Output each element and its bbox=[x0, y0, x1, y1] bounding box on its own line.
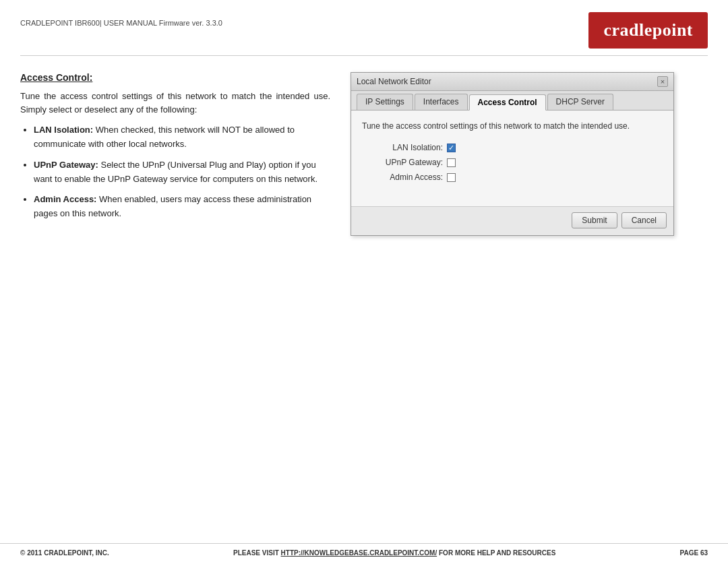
dialog-tab-bar: IP Settings Interfaces Access Control DH… bbox=[351, 91, 673, 111]
bullet-term-2: UPnP Gateway: bbox=[34, 160, 98, 170]
manual-title: CRADLEPOINT IBR600| USER MANUAL Firmware… bbox=[20, 12, 222, 27]
lan-isolation-label: LAN Isolation: bbox=[375, 143, 443, 152]
list-item: UPnP Gateway: Select the UPnP (Universal… bbox=[34, 158, 330, 187]
page-header: CRADLEPOINT IBR600| USER MANUAL Firmware… bbox=[0, 0, 728, 55]
lan-isolation-checkbox[interactable]: ✓ bbox=[447, 144, 456, 152]
tab-ip-settings[interactable]: IP Settings bbox=[357, 94, 413, 110]
admin-access-row: Admin Access: bbox=[375, 173, 663, 182]
bullet-term-3: Admin Access: bbox=[34, 194, 96, 204]
cancel-button[interactable]: Cancel bbox=[621, 212, 667, 228]
dialog-close-button[interactable]: × bbox=[657, 76, 668, 87]
page-footer: © 2011 CRADLEPOINT, INC. PLEASE VISIT HT… bbox=[0, 543, 728, 562]
logo: cradlepoint bbox=[588, 12, 708, 49]
admin-access-checkbox[interactable] bbox=[447, 173, 456, 182]
logo-text: cradlepoint bbox=[603, 20, 693, 40]
section-title: Access Control: bbox=[20, 72, 330, 83]
footer-page-prefix: PAGE bbox=[679, 549, 700, 557]
footer-center: PLEASE VISIT HTTP://KNOWLEDGEBASE.CRADLE… bbox=[233, 549, 555, 557]
list-item: Admin Access: When enabled, users may ac… bbox=[34, 193, 330, 221]
footer-center-prefix: PLEASE VISIT bbox=[233, 549, 281, 557]
list-item: LAN Isolation: When checked, this networ… bbox=[34, 123, 330, 152]
submit-button[interactable]: Submit bbox=[572, 212, 617, 228]
tab-dhcp-server[interactable]: DHCP Server bbox=[547, 94, 613, 110]
left-section: Access Control: Tune the access control … bbox=[20, 72, 330, 236]
footer-link[interactable]: HTTP://KNOWLEDGEBASE.CRADLEPOINT.COM/ bbox=[281, 549, 437, 557]
admin-access-label: Admin Access: bbox=[375, 173, 443, 182]
footer-center-suffix: FOR MORE HELP AND RESOURCES bbox=[437, 549, 555, 557]
lan-isolation-row: LAN Isolation: ✓ bbox=[375, 143, 663, 152]
upnp-gateway-row: UPnP Gateway: bbox=[375, 158, 663, 167]
dialog-title: Local Network Editor bbox=[357, 77, 431, 86]
local-network-editor-dialog: Local Network Editor × IP Settings Inter… bbox=[351, 72, 674, 236]
footer-page: PAGE 63 bbox=[679, 549, 708, 557]
upnp-gateway-checkbox[interactable] bbox=[447, 158, 456, 167]
footer-copyright: © 2011 CRADLEPOINT, INC. bbox=[20, 549, 109, 557]
bullet-list: LAN Isolation: When checked, this networ… bbox=[20, 123, 330, 221]
bullet-term-1: LAN Isolation: bbox=[34, 125, 93, 135]
right-section: Local Network Editor × IP Settings Inter… bbox=[351, 72, 708, 236]
upnp-gateway-label: UPnP Gateway: bbox=[375, 158, 443, 167]
dialog-titlebar: Local Network Editor × bbox=[351, 73, 673, 91]
dialog-description: Tune the access control settings of this… bbox=[362, 120, 663, 132]
dialog-body: Tune the access control settings of this… bbox=[351, 111, 673, 206]
main-content: Access Control: Tune the access control … bbox=[0, 56, 728, 249]
footer-page-number: 63 bbox=[700, 549, 708, 557]
tab-access-control[interactable]: Access Control bbox=[469, 94, 546, 111]
dialog-footer: Submit Cancel bbox=[351, 206, 673, 235]
intro-text: Tune the access control settings of this… bbox=[20, 90, 330, 117]
tab-interfaces[interactable]: Interfaces bbox=[415, 94, 468, 110]
form-rows: LAN Isolation: ✓ UPnP Gateway: Admin Acc… bbox=[362, 143, 663, 182]
